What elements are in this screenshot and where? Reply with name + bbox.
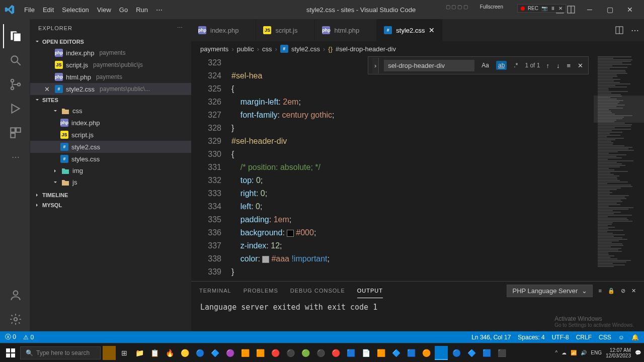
status-spaces[interactable]: Spaces: 4 — [518, 334, 544, 341]
taskbar-taskview-icon[interactable]: ⊞ — [118, 346, 131, 360]
folder-css[interactable]: css — [30, 105, 191, 117]
status-feedback-icon[interactable]: ☺ — [618, 334, 624, 341]
taskbar-icon[interactable]: 🟧 — [254, 346, 267, 360]
minimize-button[interactable]: ─ — [580, 2, 600, 17]
taskbar-icon[interactable]: 🔥 — [163, 346, 176, 360]
explorer-icon[interactable] — [3, 24, 27, 48]
taskbar-icon[interactable]: 📋 — [148, 346, 161, 360]
timeline-header[interactable]: TIMELINE — [30, 190, 191, 200]
folder-img[interactable]: img — [30, 165, 191, 176]
taskbar-icon[interactable]: 🟧 — [238, 346, 252, 360]
tray-clock[interactable]: 12:07 AM 12/03/2023 — [606, 347, 631, 358]
settings-gear-icon[interactable] — [3, 307, 27, 331]
code-content[interactable]: #sel-hea{ margin-left: 2em; font-family:… — [231, 56, 594, 281]
taskbar-icon[interactable]: 🟢 — [299, 346, 312, 360]
taskbar-icon[interactable] — [435, 346, 448, 360]
maximize-button[interactable]: ▢ — [600, 2, 620, 17]
taskbar-icon[interactable]: 🔵 — [193, 346, 206, 360]
close-button[interactable]: ✕ — [620, 2, 640, 17]
taskbar-icon[interactable]: 🔴 — [269, 346, 282, 360]
panel-filter-icon[interactable]: ≡ — [599, 288, 602, 294]
close-tab-icon[interactable]: ✕ — [429, 26, 435, 34]
match-case-icon[interactable]: Aa — [479, 61, 491, 70]
tab-more-icon[interactable]: ⋯ — [631, 26, 639, 35]
layout-icon[interactable] — [567, 5, 576, 14]
file-item[interactable]: #styles.css — [30, 153, 191, 165]
tray-notifications-icon[interactable]: 💬 — [635, 350, 641, 355]
taskbar-icon[interactable]: 🟦 — [480, 346, 493, 360]
open-editors-header[interactable]: OPEN EDITORS — [30, 37, 191, 47]
output-channel-select[interactable]: PHP Language Server ⌄ — [507, 285, 592, 297]
tray-chevron-icon[interactable]: ^ — [555, 350, 558, 355]
panel-tab-problems[interactable]: PROBLEMS — [244, 284, 278, 298]
menu-file[interactable]: File — [20, 4, 39, 16]
editor-tab[interactable]: #style2.css✕ — [377, 19, 442, 41]
panel-tab-output[interactable]: OUTPUT — [357, 284, 383, 298]
tray-wifi-icon[interactable]: 📶 — [571, 350, 577, 355]
taskbar-icon[interactable]: 🟦 — [344, 346, 357, 360]
taskbar-icon[interactable]: ⬛ — [495, 346, 508, 360]
mysql-header[interactable]: MYSQL — [30, 200, 191, 210]
taskbar-icon[interactable]: 🔴 — [329, 346, 342, 360]
menu-edit[interactable]: Edit — [39, 4, 58, 16]
taskbar-icon[interactable]: 📄 — [359, 346, 372, 360]
close-icon[interactable]: ✕ — [44, 85, 50, 93]
status-errors[interactable]: ⓧ 0 — [5, 333, 16, 341]
code-editor[interactable]: › Aa ab .* 1 of 1 ↑ ↓ ≡ ✕ 32332432532632… — [191, 56, 644, 281]
taskbar-icon[interactable]: 🟧 — [374, 346, 387, 360]
status-cursor[interactable]: Ln 346, Col 17 — [471, 334, 511, 341]
split-editor-icon[interactable] — [615, 26, 624, 35]
more-icon[interactable]: ⋯ — [3, 145, 27, 169]
taskbar-icon[interactable]: 🔵 — [450, 346, 463, 360]
editor-tab[interactable]: phpindex.php✕ — [191, 19, 256, 41]
tray-cloud-icon[interactable]: ☁ — [561, 350, 567, 355]
editor-tab[interactable]: JSscript.js✕ — [256, 19, 315, 41]
taskbar-search[interactable]: 🔍 Type here to search — [20, 346, 101, 359]
open-editor-item[interactable]: ✕ php index.phppayments — [30, 47, 191, 59]
taskbar-icon[interactable]: 🟦 — [405, 346, 418, 360]
status-bell-icon[interactable]: 🔔 — [631, 334, 639, 341]
recording-indicator[interactable]: REC 📷 ⏸ ✕ — [517, 4, 566, 13]
taskbar-icon[interactable]: 🔷 — [389, 346, 403, 360]
find-prev-icon[interactable]: ↑ — [545, 61, 550, 70]
file-item[interactable]: JSscript.js — [30, 129, 191, 141]
panel-tab-terminal[interactable]: TERMINAL — [199, 284, 231, 298]
regex-icon[interactable]: .* — [512, 61, 520, 70]
status-encoding[interactable]: UTF-8 — [552, 334, 569, 341]
menu-run[interactable]: Run — [132, 4, 152, 16]
run-debug-icon[interactable] — [3, 97, 27, 121]
panel-lock-icon[interactable]: 🔒 — [608, 288, 615, 294]
status-eol[interactable]: CRLF — [576, 334, 592, 341]
taskbar-explorer-icon[interactable]: 📁 — [133, 346, 146, 360]
account-icon[interactable] — [3, 283, 27, 307]
tray-volume-icon[interactable]: 🔊 — [581, 350, 587, 355]
explorer-more-icon[interactable]: ⋯ — [177, 25, 183, 31]
taskbar-icon[interactable]: ⚫ — [314, 346, 327, 360]
pause-icon[interactable]: ⏸ — [550, 6, 555, 11]
panel-close-icon[interactable]: ✕ — [631, 288, 636, 294]
workspace-header[interactable]: SITES — [30, 95, 191, 105]
file-item[interactable]: phpindex.php — [30, 117, 191, 129]
open-editor-item[interactable]: ✕ JS script.jspayments\public\js — [30, 59, 191, 71]
close-icon[interactable]: ✕ — [558, 6, 562, 11]
taskbar-icon[interactable]: 🔷 — [208, 346, 221, 360]
find-input[interactable] — [384, 60, 474, 71]
tray-lang[interactable]: ENG — [591, 350, 602, 355]
file-item[interactable]: #style2.css — [30, 141, 191, 153]
menu-selection[interactable]: Selection — [58, 4, 93, 16]
search-icon[interactable] — [3, 48, 27, 72]
taskbar-icon[interactable]: 🟠 — [420, 346, 433, 360]
breadcrumb[interactable]: payments› public› css› # style2.css› {} … — [191, 41, 644, 56]
menu-view[interactable]: View — [93, 4, 115, 16]
status-lang[interactable]: CSS — [599, 334, 611, 341]
status-warnings[interactable]: ⚠ 0 — [23, 334, 34, 341]
editor-tab[interactable]: phphtml.php✕ — [315, 19, 377, 41]
taskbar-icon[interactable]: ⚫ — [284, 346, 297, 360]
find-next-icon[interactable]: ↓ — [555, 61, 561, 70]
source-control-icon[interactable] — [3, 72, 27, 97]
find-expand-icon[interactable]: › — [372, 58, 379, 73]
taskbar-icon[interactable]: 🟡 — [178, 346, 191, 360]
menu-more-icon[interactable]: ⋯ — [152, 4, 167, 16]
taskbar-app-icon[interactable] — [103, 346, 116, 360]
match-whole-word-icon[interactable]: ab — [496, 61, 507, 70]
